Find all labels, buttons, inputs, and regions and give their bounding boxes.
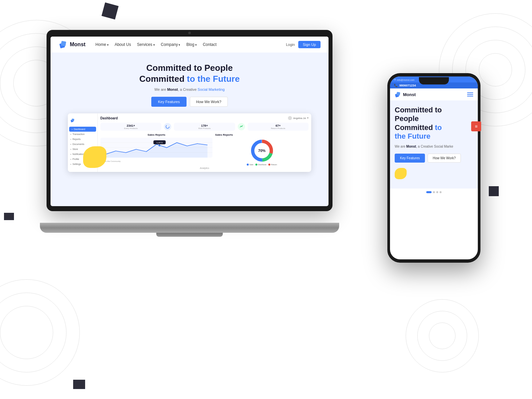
stat-icon-2 (239, 125, 243, 129)
phone-hero-title: Committed to People Committed to the Fut… (395, 106, 473, 141)
phone-yellow-blob (395, 168, 407, 179)
hero-title-line2-plain: Committed (139, 74, 187, 84)
hamburger-line-2 (467, 94, 473, 95)
hero-buttons: Key Features How We Work? (151, 97, 227, 107)
nav-link-home[interactable]: Home (95, 42, 109, 47)
dot-3 (436, 191, 438, 193)
stat-risk-products: 178+ Risk Products (174, 123, 235, 131)
phone-mockup: ✉ info@monst.com 📞 9806071234 Monst (387, 73, 480, 263)
phone-notch (419, 77, 449, 84)
dot-1 (426, 191, 432, 193)
laptop-base (40, 223, 339, 233)
hamburger-icon[interactable] (467, 92, 473, 96)
site-logo: Monst (59, 40, 85, 49)
phone-key-features-button[interactable]: Key Features (395, 154, 425, 163)
phone-email-bar: ✉ info@monst.com (394, 78, 415, 81)
hero-title-highlight: to the Future (187, 74, 240, 84)
laptop-camera (188, 32, 191, 34)
db-sidebar-documents[interactable]: Documents (68, 142, 97, 147)
yellow-blob-laptop (83, 146, 106, 168)
db-logo-icon (70, 118, 75, 123)
line-chart: 1,872 (100, 138, 212, 158)
hero-subtitle: We are Monst, a Creative Social Marketin… (154, 87, 224, 91)
laptop-frame: Monst Home About Us Services Company Blo… (47, 30, 332, 223)
key-features-button[interactable]: Key Features (151, 97, 186, 107)
dot-2 (433, 191, 435, 193)
nav-link-blog[interactable]: Blog (186, 42, 197, 47)
nav-link-about[interactable]: About Us (115, 42, 131, 47)
db-sidebar-dashboard[interactable]: Dashboard (69, 127, 96, 132)
dashboard-user: Angelina Joi ▾ (288, 116, 309, 120)
analytics-label: Analytics (100, 167, 309, 169)
phone-hero-buttons: Key Features How We Work? (395, 154, 473, 163)
dashboard-title: Dashboard (100, 116, 118, 120)
decorative-square-2 (489, 186, 499, 196)
phone-nav: Monst (390, 88, 478, 100)
phone-hero: Committed to People Committed to the Fut… (390, 100, 478, 189)
login-button[interactable]: Login (286, 43, 295, 47)
laptop-mockup: Monst Home About Us Services Company Blo… (47, 30, 346, 256)
phone-hero-subtitle: We are Monst, a Creative Social Marke (395, 144, 473, 149)
laptop-screen-frame: Monst Home About Us Services Company Blo… (47, 30, 332, 211)
phone-fab-button[interactable]: ≡ (471, 121, 481, 131)
svg-rect-19 (396, 92, 400, 96)
phone-number: 9806071234 (399, 84, 416, 87)
phone-logo-text: Monst (403, 92, 416, 97)
fab-menu-icon: ≡ (475, 124, 477, 129)
laptop-screen: Monst Home About Us Services Company Blo… (51, 37, 329, 206)
decorative-square-1 (101, 2, 118, 19)
nav-actions: Login Sign Up (286, 41, 321, 48)
nav-link-contact[interactable]: Contact (203, 42, 216, 47)
circle-group-bottom-right (406, 299, 479, 372)
logo-text: Monst (70, 42, 85, 48)
svg-text:1,872: 1,872 (156, 142, 163, 143)
decorative-square-4 (73, 380, 85, 389)
nav-link-services[interactable]: Services (137, 42, 155, 47)
site-navbar: Monst Home About Us Services Company Blo… (51, 37, 329, 53)
circle-group-bottom-left (0, 279, 80, 386)
hero-title: Committed to People Committed to the Fut… (139, 63, 240, 84)
phone-frame: ✉ info@monst.com 📞 9806071234 Monst (387, 73, 480, 263)
logo-icon (59, 40, 68, 49)
chart-left: Sales Reports (100, 133, 212, 166)
hero-title-line1: Committed to People (146, 63, 233, 73)
svg-point-4 (166, 125, 169, 128)
decorative-square-3 (4, 213, 14, 220)
svg-rect-1 (61, 41, 66, 46)
hamburger-line-1 (467, 92, 473, 93)
how-we-work-button[interactable]: How We Work? (190, 97, 228, 107)
dashboard-charts: Sales Reports (100, 133, 309, 166)
db-sidebar-reports[interactable]: Reports (68, 137, 97, 142)
nav-links: Home About Us Services Company Blog Cont… (95, 42, 286, 47)
signup-button[interactable]: Sign Up (298, 41, 321, 48)
chart-right: Sales Reports (215, 133, 309, 166)
stat-every-products: 2341+ Every Products (100, 123, 161, 131)
hamburger-line-3 (467, 96, 473, 96)
stat-icon-1 (166, 125, 170, 129)
donut-label: 70% (258, 149, 266, 153)
dashboard-stats: 2341+ Every Products 178+ Risk Products (100, 123, 309, 131)
svg-rect-3 (71, 119, 74, 121)
nav-link-company[interactable]: Company (161, 42, 181, 47)
svg-point-13 (159, 145, 161, 146)
phone-screen: ✉ info@monst.com 📞 9806071234 Monst (390, 76, 478, 259)
stat-return-products: 67+ Return Products (248, 123, 309, 131)
dashboard-main: Dashboard Angelina Joi ▾ 2341+ Every Pro… (98, 113, 311, 172)
phone-how-we-work-button[interactable]: How We Work? (428, 154, 461, 163)
phone-logo: Monst (395, 91, 416, 98)
db-sidebar-transaction[interactable]: Transaction (68, 132, 97, 137)
phone-dots-indicator (390, 189, 478, 196)
phone-logo-icon (395, 91, 401, 98)
dashboard-header: Dashboard Angelina Joi ▾ (100, 116, 309, 120)
dot-4 (440, 191, 442, 193)
